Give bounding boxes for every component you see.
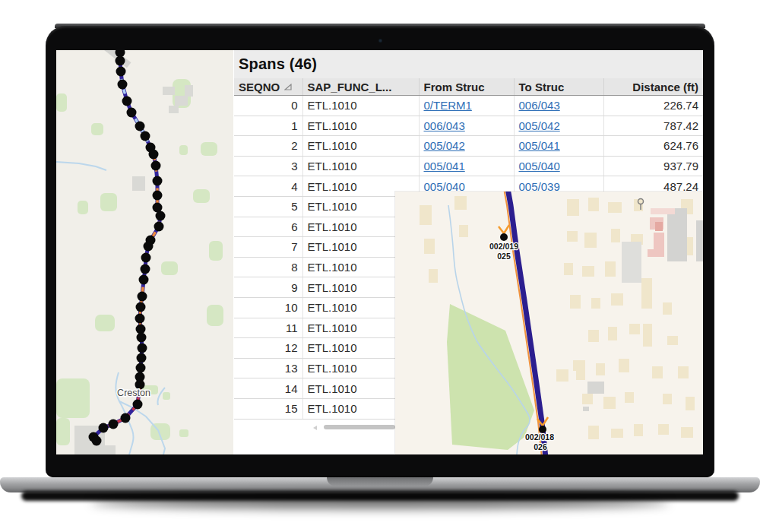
col-header-from[interactable]: From Struc: [419, 78, 514, 96]
structure-dot[interactable]: [500, 233, 508, 241]
webcam-icon: [378, 39, 382, 43]
cell-sap: ETL.1010: [302, 96, 419, 116]
structure-link[interactable]: 005/040: [519, 160, 560, 173]
cell-seqno: 14: [234, 378, 302, 399]
scrollbar-thumb[interactable]: [324, 425, 395, 429]
structure-link[interactable]: 0/TERM1: [424, 99, 472, 112]
structure-sublabel: 026: [534, 442, 547, 451]
cell-to: 005/041: [514, 136, 603, 157]
laptop-base: [0, 477, 760, 492]
cell-seqno: 1: [234, 116, 302, 136]
laptop-shadow-soft: [91, 496, 669, 508]
structure-link[interactable]: 005/041: [519, 139, 560, 152]
overview-map[interactable]: Creston: [56, 50, 233, 454]
cell-sap: ETL.1010: [302, 136, 419, 157]
cell-seqno: 4: [234, 176, 302, 197]
cell-dist: 624.76: [603, 136, 703, 157]
cell-sap: ETL.1010: [302, 156, 419, 176]
col-header-seqno[interactable]: SEQNO: [234, 78, 302, 96]
cell-from: 005/042: [419, 136, 514, 157]
col-header-to[interactable]: To Struc: [514, 78, 603, 96]
cell-dist: 226.74: [603, 96, 703, 116]
cell-seqno: 12: [234, 338, 302, 359]
structure-label: 002/018: [525, 432, 554, 442]
table-title: Spans (46): [234, 50, 703, 78]
sort-ascending-icon: [284, 84, 292, 90]
park-area: [447, 304, 534, 450]
cell-sap: ETL.1010: [302, 116, 419, 136]
scrollbar-left-arrow-icon[interactable]: [313, 426, 317, 430]
table-row[interactable]: 0ETL.10100/TERM1006/043226.74: [234, 96, 703, 116]
cell-seqno: 15: [234, 398, 302, 419]
cell-dist: 787.42: [603, 116, 703, 136]
col-header-sap[interactable]: SAP_FUNC_L...: [302, 78, 419, 96]
header-row: SEQNO SAP_FUNC_L... From Struc To Struc …: [234, 78, 703, 96]
col-header-distance[interactable]: Distance (ft): [603, 78, 703, 96]
app-screen: Creston Spans (46) SEQNO SAP_FUNC_L... F…: [56, 50, 703, 454]
col-header-seqno-label: SEQNO: [239, 81, 280, 93]
cell-seqno: 6: [234, 217, 302, 237]
structure-sublabel: 025: [497, 252, 511, 261]
cell-seqno: 2: [234, 136, 302, 157]
structure-link[interactable]: 006/043: [424, 119, 465, 132]
cell-seqno: 8: [234, 257, 302, 277]
cell-from: 005/041: [419, 156, 514, 176]
table-row[interactable]: 2ETL.1010005/042005/041624.76: [234, 136, 703, 157]
laptop-base-notch: [327, 477, 433, 486]
structure-label: 002/019: [489, 242, 518, 251]
cell-from: 0/TERM1: [419, 96, 514, 116]
cell-from: 006/043: [419, 116, 514, 136]
cell-seqno: 13: [234, 358, 302, 378]
cell-seqno: 10: [234, 297, 302, 318]
cell-to: 006/043: [514, 96, 603, 116]
structure-link[interactable]: 005/042: [519, 119, 560, 132]
detail-map[interactable]: 002/019 025 002/018 026: [395, 192, 703, 454]
structure-link[interactable]: 005/042: [424, 139, 465, 152]
laptop-lid: Creston Spans (46) SEQNO SAP_FUNC_L... F…: [46, 26, 714, 477]
cell-to: 005/042: [514, 116, 603, 136]
cell-dist: 937.79: [603, 156, 703, 176]
cell-seqno: 9: [234, 277, 302, 298]
structure-link[interactable]: 005/041: [424, 160, 465, 173]
cell-seqno: 0: [234, 96, 302, 116]
town-label: Creston: [117, 388, 150, 398]
cell-seqno: 3: [234, 156, 302, 176]
structure-link[interactable]: 006/043: [519, 99, 560, 112]
cell-to: 005/040: [514, 156, 603, 176]
cell-seqno: 5: [234, 196, 302, 217]
table-row[interactable]: 3ETL.1010005/041005/040937.79: [234, 156, 703, 176]
cell-seqno: 11: [234, 318, 302, 338]
cell-seqno: 7: [234, 237, 302, 258]
table-row[interactable]: 1ETL.1010006/043005/042787.42: [234, 116, 703, 136]
